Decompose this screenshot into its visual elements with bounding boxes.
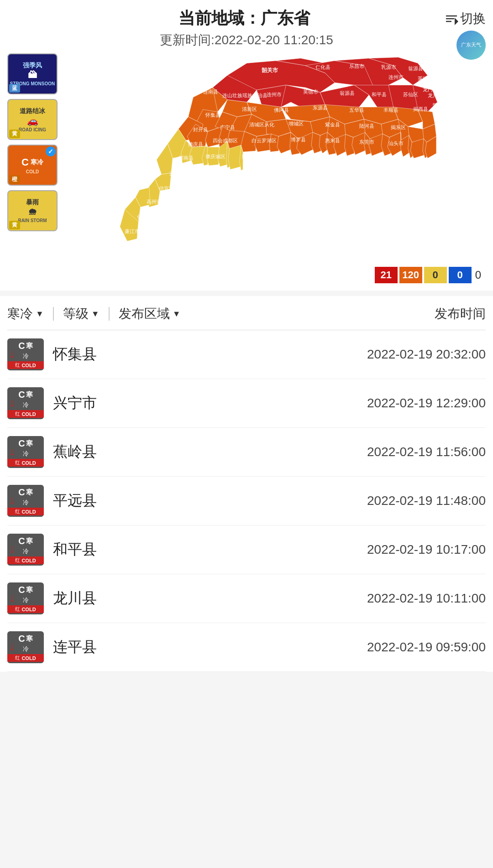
wind-warning-icon[interactable]: 强季风 🏔 STRONG MONSOON 蓝 — [7, 53, 58, 94]
list-item[interactable]: C 寒 冷 红 COLD ↓ 平远县 2022-02-19 11:48:00 — [7, 477, 486, 525]
svg-text:雷州市: 雷州市 — [119, 251, 134, 257]
svg-text:封开县: 封开县 — [193, 127, 208, 132]
svg-text:连州市: 连州市 — [388, 74, 404, 80]
svg-text:郁南县: 郁南县 — [178, 155, 194, 161]
svg-text:茂南区: 茂南区 — [162, 216, 177, 221]
svg-text:台山市金湾区: 台山市金湾区 — [262, 186, 292, 191]
time-column-header: 发布时间 — [435, 305, 486, 322]
svg-text:肇庆城区: 肇庆城区 — [205, 154, 226, 159]
cold-icon-5: C 寒 冷 红 COLD ↓ — [7, 582, 44, 614]
svg-text:英德市: 英德市 — [303, 89, 318, 94]
svg-text:罗定市: 罗定市 — [195, 170, 210, 175]
svg-text:东源县: 东源县 — [313, 105, 328, 110]
svg-text:佛冈县: 佛冈县 — [274, 107, 289, 113]
dropdown-arrow-level[interactable]: ▼ — [91, 309, 100, 319]
svg-text:怀集县: 怀集县 — [205, 112, 220, 118]
svg-text:揭西县: 揭西县 — [413, 106, 428, 112]
cold-icon-6: C 寒 冷 红 COLD ↓ — [7, 631, 44, 663]
divider-2 — [109, 307, 110, 321]
svg-text:陆河县: 陆河县 — [359, 123, 374, 129]
warning-icons-col: 强季风 🏔 STRONG MONSOON 蓝 道路结冰 🚗 ROAD ICING… — [7, 53, 62, 231]
svg-text:阳春市: 阳春市 — [189, 184, 205, 190]
svg-text:清城区从化: 清城区从化 — [249, 122, 274, 127]
svg-text:惠来县: 惠来县 — [325, 138, 340, 143]
svg-text:市桥区: 市桥区 — [345, 157, 360, 162]
list-item[interactable]: C 寒 冷 红 COLD ↓ 怀集县 2022-02-19 20:32:00 — [7, 330, 486, 379]
page-title: 当前地域：广东省 — [44, 7, 445, 30]
list-section: 寒冷 ▼ 等级 ▼ 发布区域 ▼ 发布时间 C 寒 冷 红 — [0, 296, 493, 672]
issue-time-6: 2022-02-19 09:59:00 — [367, 640, 486, 655]
list-item[interactable]: C 寒 冷 红 COLD ↓ 蕉岭县 2022-02-19 11:56:00 — [7, 428, 486, 477]
svg-text:普宁市: 普宁市 — [432, 103, 447, 108]
divider-1 — [53, 307, 54, 321]
svg-text:云安区域: 云安区域 — [169, 171, 189, 176]
svg-text:番禺区: 番禺区 — [313, 156, 328, 161]
svg-text:龙川县: 龙川县 — [428, 93, 443, 98]
list-item[interactable]: C 寒 冷 红 COLD ↓ 和平县 2022-02-19 10:17:00 — [7, 525, 486, 574]
svg-text:丰顺县: 丰顺县 — [383, 107, 399, 113]
svg-marker-0 — [455, 18, 458, 25]
dropdown-arrow-region[interactable]: ▼ — [173, 309, 181, 319]
list-item[interactable]: C 寒 冷 红 COLD ↓ 兴宁市 2022-02-19 12:29:00 — [7, 379, 486, 428]
svg-text:增城区: 增城区 — [288, 121, 304, 126]
dropdown-arrow-type[interactable]: ▼ — [36, 309, 44, 319]
list-header: 寒冷 ▼ 等级 ▼ 发布区域 ▼ 发布时间 — [7, 296, 486, 330]
cold-icon-3: C 寒 冷 红 COLD ↓ — [7, 485, 44, 517]
filter-region[interactable]: 发布区域 ▼ — [119, 305, 181, 322]
switch-button[interactable]: 切换 — [445, 10, 486, 27]
list-item[interactable]: C 寒 冷 红 COLD ↓ 龙川县 2022-02-19 10:11:00 — [7, 574, 486, 623]
svg-text:连南县: 连南县 — [203, 89, 218, 94]
svg-text:和平县: 和平县 — [372, 92, 387, 97]
legend-row: 21 120 0 0 0 — [67, 267, 486, 283]
svg-text:东莞市: 东莞市 — [359, 139, 374, 145]
svg-marker-70 — [228, 145, 241, 169]
issue-time-3: 2022-02-19 11:48:00 — [367, 494, 486, 508]
cold-icon-1: C 寒 冷 红 COLD ↓ — [7, 387, 44, 419]
svg-text:揭东区: 揭东区 — [391, 125, 406, 130]
region-name-4: 和平县 — [53, 540, 126, 560]
svg-text:连州市: 连州市 — [267, 92, 282, 97]
svg-text:阳东县: 阳东县 — [176, 200, 191, 206]
svg-text:遂溪县城区: 遂溪县城区 — [119, 242, 144, 247]
svg-text:徐闻县: 徐闻县 — [119, 258, 134, 263]
selected-checkmark: ✓ — [46, 146, 56, 156]
svg-text:四会成都区: 四会成都区 — [213, 138, 238, 143]
update-time: 更新时间:2022-02-20 11:20:15 — [7, 31, 486, 49]
issue-time-2: 2022-02-19 11:56:00 — [367, 445, 486, 459]
map-container[interactable]: 广东天气 — [67, 53, 486, 283]
road-icing-warning-icon[interactable]: 道路结冰 🚗 ROAD ICING 黄 — [7, 99, 58, 140]
svg-text:廉江市: 廉江市 — [125, 229, 140, 234]
cold-icon-0: C 寒 冷 红 COLD ↓ — [7, 338, 44, 370]
legend-orange-box: 120 — [399, 267, 422, 283]
svg-text:五华县: 五华县 — [349, 107, 364, 113]
region-name-1: 兴宁市 — [53, 393, 126, 413]
svg-text:阳西县: 阳西县 — [187, 215, 202, 220]
list-rows: C 寒 冷 红 COLD ↓ 怀集县 2022-02-19 20:32:00 C… — [7, 330, 486, 672]
svg-text:信宜市: 信宜市 — [159, 186, 174, 191]
svg-text:仁化县: 仁化县 — [315, 64, 330, 70]
cold-icon-4: C 寒 冷 红 COLD ↓ — [7, 534, 44, 566]
svg-text:德庆县: 德庆县 — [188, 141, 203, 147]
region-name-0: 怀集县 — [53, 344, 126, 364]
cold-icon-2: C 寒 冷 红 COLD ↓ — [7, 436, 44, 468]
issue-time-4: 2022-02-19 10:17:00 — [367, 542, 486, 557]
issue-time-5: 2022-02-19 10:11:00 — [367, 591, 486, 606]
filter-type[interactable]: 寒冷 ▼ — [7, 305, 44, 322]
svg-text:龙门县: 龙门县 — [423, 87, 438, 92]
svg-text:白云罗湖区: 白云罗湖区 — [252, 138, 277, 143]
issue-time-0: 2022-02-19 20:32:00 — [367, 347, 486, 362]
svg-text:开平新区区: 开平新区区 — [225, 184, 250, 190]
svg-text:苏仙区: 苏仙区 — [403, 92, 418, 97]
cold-warning-icon[interactable]: ✓ C 寒冷 COLD 橙 — [7, 145, 58, 186]
list-item[interactable]: C 寒 冷 红 COLD ↓ 连平县 2022-02-19 09:59:00 — [7, 623, 486, 672]
region-name-5: 龙川县 — [53, 588, 126, 608]
filter-level[interactable]: 等级 ▼ — [63, 305, 100, 322]
svg-text:清新区: 清新区 — [242, 106, 257, 112]
svg-text:江门新区沙: 江门新区沙 — [254, 170, 279, 175]
svg-text:乐昌市: 乐昌市 — [349, 63, 364, 69]
svg-text:高州市: 高州市 — [147, 199, 162, 204]
province-map[interactable]: 韶关市 仁化县 乐昌市 乳源市 翁源县 连州市 英德市 连南县 连山壮族瑶族自治… — [67, 53, 486, 263]
svg-text:紫金县: 紫金县 — [325, 122, 340, 127]
region-name-2: 蕉岭县 — [53, 442, 126, 462]
rainstorm-warning-icon[interactable]: 暴雨 🌧 RAIN STORM 黄 — [7, 190, 58, 231]
